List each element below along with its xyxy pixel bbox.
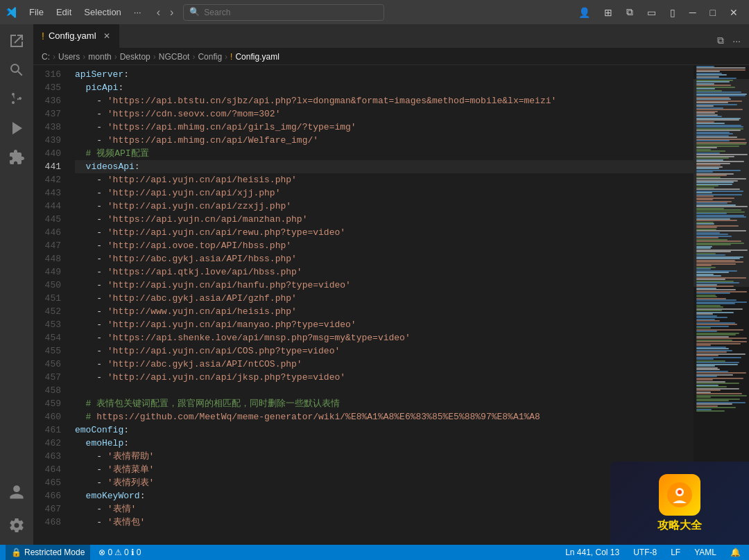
breadcrumb-config[interactable]: Config (198, 52, 222, 62)
menu-file[interactable]: File (24, 4, 49, 20)
line-prefix: - (75, 450, 107, 463)
code-line-464[interactable]: - '表情菜单' (75, 463, 694, 476)
code-line-450[interactable]: - 'http://api.yujn.cn/api/hanfu.php?type… (75, 279, 694, 292)
line-prefix: - (75, 200, 107, 213)
search-bar[interactable]: 🔍 (183, 4, 384, 21)
menu-more[interactable]: ··· (128, 4, 147, 20)
line-prefix: - (75, 358, 107, 371)
menu-edit[interactable]: Edit (51, 4, 77, 20)
breadcrumb-ngcbot[interactable]: NGCBot (159, 52, 190, 62)
code-line-444[interactable]: - 'http://api.yujn.cn/api/zzxjj.php' (75, 200, 694, 213)
settings-activity-icon[interactable] (3, 511, 31, 539)
code-line-454[interactable]: - 'https://api.shenke.love/api/mnsp.php?… (75, 331, 694, 344)
line-prefix: - (75, 226, 107, 239)
more-actions-button[interactable]: ··· (730, 34, 743, 48)
notifications-status[interactable]: 🔔 (728, 548, 743, 557)
line-value: 'http://abc.gykj.asia/API/hbss.php' (107, 252, 297, 265)
code-line-441[interactable]: videosApi: (75, 160, 694, 173)
panel-button[interactable]: ▭ (642, 4, 662, 21)
tab-actions: ⧉ ··· (709, 33, 749, 48)
run-activity-icon[interactable] (3, 114, 31, 142)
colon: : (123, 437, 129, 450)
account-activity-icon[interactable] (3, 478, 31, 506)
split-editor-button[interactable]: ⧉ (714, 33, 727, 48)
code-line-442[interactable]: - 'http://api.yujn.cn/api/heisis.php' (75, 173, 694, 186)
overlay-text: 攻略大全 (657, 518, 702, 533)
language-status[interactable]: YAML (691, 548, 719, 557)
vscode-icon (6, 6, 18, 19)
extensions-activity-icon[interactable] (3, 143, 31, 171)
code-line-468[interactable]: - '表情包' (75, 516, 694, 529)
line-value: 'http://api.yujn.cn/api/xjj.php' (107, 186, 281, 200)
close-button[interactable]: ✕ (724, 4, 743, 21)
restricted-mode[interactable]: 🔒 Restricted Mode (6, 545, 90, 560)
encoding-status[interactable]: UTF-8 (630, 548, 660, 557)
line-number-436: 436 (33, 94, 61, 107)
code-line-446[interactable]: - 'http://api.yujn.cn/api/rewu.php?type=… (75, 226, 694, 239)
position-label: Ln 441, Col 13 (565, 548, 619, 557)
code-line-437[interactable]: - 'https://cdn.seovx.com/?mom=302' (75, 107, 694, 121)
code-line-456[interactable]: - 'http://abc.gykj.asia/API/ntCOS.php' (75, 358, 694, 371)
code-line-435[interactable]: picApi: (75, 81, 694, 94)
split-button[interactable]: ⧉ (621, 3, 639, 21)
code-line-449[interactable]: - 'https://api.qtkj.love/api/hbss.php' (75, 265, 694, 279)
code-line-465[interactable]: - '表情列表' (75, 476, 694, 489)
nav-forward-button[interactable]: › (166, 5, 178, 20)
breadcrumb-users[interactable]: Users (58, 52, 80, 62)
code-line-453[interactable]: - 'http://api.yujn.cn/api/manyao.php?typ… (75, 318, 694, 331)
line-value: 'http://api.ovoe.top/API/hbss.php' (107, 239, 291, 252)
account-button[interactable]: 👤 (573, 4, 596, 21)
config-yaml-tab[interactable]: ! Config.yaml ✕ (33, 24, 119, 48)
minimize-button[interactable]: ─ (684, 4, 702, 21)
code-line-440[interactable]: # 视频API配置 (75, 147, 694, 160)
breadcrumb-month[interactable]: month (88, 52, 111, 62)
code-line-447[interactable]: - 'http://api.ovoe.top/API/hbss.php' (75, 239, 694, 252)
title-bar: File Edit Selection ··· ‹ › 🔍 👤 ⊞ ⧉ ▭ ▯ … (0, 0, 749, 24)
layout-button[interactable]: ⊞ (599, 4, 618, 21)
line-value: 'https://cdn.seovx.com/?mom=302' (107, 107, 281, 121)
code-line-316[interactable]: apiServer: (75, 68, 694, 81)
code-line-438[interactable]: - 'https://api.mhimg.cn/api/girls_img/?t… (75, 121, 694, 134)
explorer-activity-icon[interactable] (3, 27, 31, 55)
line-value: 'http://abc.gykj.asia/API/ntCOS.php' (107, 358, 302, 371)
sidebar-button[interactable]: ▯ (664, 4, 681, 21)
tab-close-icon[interactable]: ✕ (103, 31, 110, 41)
code-line-455[interactable]: - 'http://api.yujn.cn/api/COS.php?type=v… (75, 344, 694, 358)
code-line-445[interactable]: - 'https://api.yujn.cn/api/manzhan.php' (75, 213, 694, 226)
source-control-activity-icon[interactable] (3, 85, 31, 113)
code-line-461[interactable]: emoConfig: (75, 423, 694, 437)
code-line-451[interactable]: - 'http://abc.gykj.asia/API/gzhf.php' (75, 292, 694, 305)
position-status[interactable]: Ln 441, Col 13 (562, 548, 622, 557)
code-line-467[interactable]: - '表情' (75, 502, 694, 516)
line-ending-status[interactable]: LF (668, 548, 683, 557)
code-line-452[interactable]: - 'http://www.yujn.cn/api/heisis.php' (75, 305, 694, 318)
search-activity-icon[interactable] (3, 56, 31, 84)
search-input[interactable] (204, 8, 378, 17)
code-line-439[interactable]: - 'https://api.mhimg.cn/api/Welfare_img/… (75, 134, 694, 147)
code-line-463[interactable]: - '表情帮助' (75, 450, 694, 463)
code-line-460[interactable]: # https://github.com/MeetWq/meme-generat… (75, 410, 694, 423)
breadcrumb-desktop[interactable]: Desktop (120, 52, 150, 62)
breadcrumb-c[interactable]: C: (42, 52, 50, 62)
menu-selection[interactable]: Selection (78, 4, 126, 20)
code-line-448[interactable]: - 'http://abc.gykj.asia/API/hbss.php' (75, 252, 694, 265)
line-prefix: - (75, 344, 107, 358)
code-content[interactable]: apiServer: picApi: - 'https://api.btstu.… (69, 65, 694, 545)
line-number-458: 458 (33, 384, 61, 397)
code-line-436[interactable]: - 'https://api.btstu.cn/sjbz/api.php?lx=… (75, 94, 694, 107)
code-line-443[interactable]: - 'http://api.yujn.cn/api/xjj.php' (75, 186, 694, 200)
code-line-458[interactable] (75, 384, 694, 397)
nav-back-button[interactable]: ‹ (153, 5, 164, 20)
comment-link[interactable]: https://github.com/MeetWq/meme-generator… (96, 410, 540, 423)
key-name: picApi (86, 81, 119, 94)
maximize-button[interactable]: □ (705, 4, 721, 21)
line-prefix: - (75, 107, 107, 121)
code-line-457[interactable]: - 'http://api.yujn.cn/api/jksp.php?type=… (75, 371, 694, 384)
code-line-459[interactable]: # 表情包关键词配置，跟官网的相匹配，同时删除一些默认表情 (75, 397, 694, 410)
errors-status[interactable]: ⊗ 0 ⚠ 0 ℹ 0 (96, 548, 144, 557)
warnings-icon: ⚠ (114, 548, 122, 557)
code-line-466[interactable]: emoKeyWord: (75, 489, 694, 502)
code-line-462[interactable]: emoHelp: (75, 437, 694, 450)
line-prefix: - (75, 305, 107, 318)
search-icon: 🔍 (189, 7, 200, 17)
